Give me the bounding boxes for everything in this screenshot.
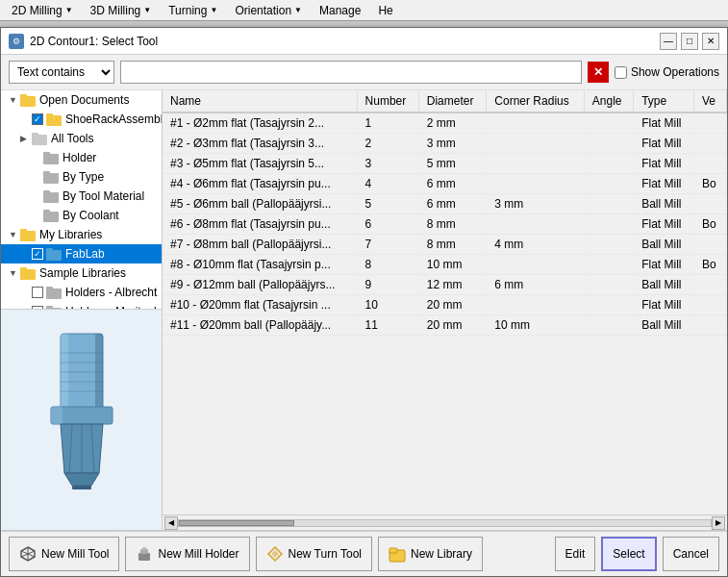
search-clear-button[interactable]: ✕ (588, 62, 609, 83)
table-row[interactable]: #11 - Ø20mm ball (Pallopääjy...1120 mm10… (163, 315, 727, 336)
sidebar-item-my-libraries[interactable]: ▼ My Libraries (1, 225, 162, 244)
holders-albrecht-checkbox[interactable] (32, 287, 43, 298)
cell-corner_radius (487, 295, 584, 315)
table-body: #1 - Ø2mm flat (Tasajyrsin 2...12 mmFlat… (163, 113, 727, 336)
chevron-down-icon: ▼ (143, 6, 151, 14)
sidebar-item-by-type[interactable]: By Type (1, 167, 162, 187)
col-ve-header[interactable]: Ve (693, 90, 726, 113)
cell-ve (693, 295, 726, 315)
fablab-checkbox[interactable]: ✓ (32, 248, 43, 260)
open-documents-label: Open Documents (39, 93, 129, 107)
cell-angle (584, 315, 633, 336)
new-mill-tool-button[interactable]: New Mill Tool (9, 537, 119, 571)
sidebar-item-all-tools[interactable]: ▶ All Tools (1, 129, 162, 148)
cell-ve: Bo (693, 174, 726, 194)
select-button[interactable]: Select (601, 537, 656, 571)
cell-type: Flat Mill (634, 255, 694, 275)
sidebar-item-shoe-rack[interactable]: ✓ ShoeRackAssembl (1, 110, 162, 129)
sidebar-item-holder[interactable]: Holder (1, 148, 162, 167)
table-row[interactable]: #3 - Ø5mm flat (Tasajyrsin 5...35 mmFlat… (163, 154, 727, 174)
minimize-button[interactable]: — (660, 33, 677, 50)
edit-button[interactable]: Edit (555, 537, 596, 571)
shoe-rack-checkbox[interactable]: ✓ (32, 113, 43, 125)
close-button[interactable]: ✕ (702, 33, 719, 50)
svg-rect-19 (20, 267, 27, 271)
menu-orientation[interactable]: Orientation ▼ (227, 2, 310, 19)
cell-corner_radius: 6 mm (487, 275, 584, 295)
new-mill-holder-button[interactable]: New Mill Holder (125, 537, 249, 571)
sidebar-item-fablab[interactable]: ✓ FabLab (1, 244, 162, 263)
col-name-header[interactable]: Name (163, 90, 357, 113)
cell-angle (584, 134, 633, 154)
sidebar-item-sample-libraries[interactable]: ▼ Sample Libraries (1, 263, 162, 283)
cell-corner_radius (487, 214, 584, 235)
svg-rect-44 (138, 553, 150, 561)
new-library-icon (389, 545, 406, 563)
scroll-right-arrow[interactable]: ▶ (712, 516, 725, 530)
col-angle-header[interactable]: Angle (584, 90, 633, 113)
col-number-header[interactable]: Number (357, 90, 418, 113)
svg-rect-21 (46, 287, 53, 290)
svg-rect-9 (43, 171, 50, 175)
menu-3d-milling[interactable]: 3D Milling ▼ (83, 2, 160, 19)
table-row[interactable]: #9 - Ø12mm ball (Pallopääjyrs...912 mm6 … (163, 275, 727, 295)
show-operations-checkbox-area: Show Operations (615, 65, 719, 79)
svg-rect-15 (20, 229, 27, 233)
expand-icon: ▼ (9, 230, 20, 239)
table-horizontal-scrollbar[interactable]: ◀ ▶ (163, 514, 727, 530)
table-wrapper[interactable]: Name Number Diameter Corner Radius Angle… (163, 90, 727, 514)
table-row[interactable]: #1 - Ø2mm flat (Tasajyrsin 2...12 mmFlat… (163, 113, 727, 134)
cell-name: #3 - Ø5mm flat (Tasajyrsin 5... (163, 154, 357, 174)
cell-diameter: 12 mm (418, 275, 487, 295)
table-row[interactable]: #7 - Ø8mm ball (Pallopääjyrsi...78 mm4 m… (163, 235, 727, 255)
scroll-left-arrow[interactable]: ◀ (164, 516, 178, 530)
table-row[interactable]: #10 - Ø20mm flat (Tasajyrsin ...1020 mmF… (163, 295, 727, 315)
menu-manage[interactable]: Manage (312, 2, 368, 19)
search-input[interactable] (120, 61, 582, 84)
sidebar-item-by-material[interactable]: By Tool Material (1, 187, 162, 206)
cell-angle (584, 154, 633, 174)
table-row[interactable]: #2 - Ø3mm flat (Tasajyrsin 3...23 mmFlat… (163, 134, 727, 154)
scroll-track[interactable] (178, 519, 712, 527)
sidebar-item-coolant[interactable]: By Coolant (1, 206, 162, 225)
col-type-header[interactable]: Type (634, 90, 694, 113)
scroll-thumb[interactable] (179, 520, 294, 526)
menu-help[interactable]: He (370, 2, 400, 19)
maximize-icon: □ (687, 36, 692, 46)
table-row[interactable]: #6 - Ø8mm flat (Tasajyrsin pu...68 mmFla… (163, 214, 727, 235)
show-operations-checkbox[interactable] (615, 66, 627, 79)
maximize-button[interactable]: □ (681, 33, 698, 50)
cancel-button[interactable]: Cancel (663, 537, 719, 571)
minimize-icon: — (664, 36, 673, 46)
new-library-button[interactable]: New Library (378, 537, 483, 571)
table-row[interactable]: #4 - Ø6mm flat (Tasajyrsin pu...46 mmFla… (163, 174, 727, 194)
table-row[interactable]: #8 - Ø10mm flat (Tasajyrsin p...810 mmFl… (163, 255, 727, 275)
sidebar-item-holders-albrecht[interactable]: Holders - Albrecht (1, 283, 162, 302)
svg-rect-1 (20, 94, 27, 98)
cell-number: 4 (357, 174, 418, 194)
new-turn-tool-button[interactable]: New Turn Tool (256, 537, 372, 571)
col-diameter-header[interactable]: Diameter (418, 90, 487, 113)
folder-icon (46, 247, 62, 261)
svg-rect-3 (46, 113, 53, 117)
new-mill-tool-icon (19, 545, 37, 563)
new-library-label: New Library (411, 547, 472, 561)
cell-number: 6 (357, 214, 418, 235)
svg-rect-28 (51, 407, 63, 424)
cell-name: #11 - Ø20mm ball (Pallopääjy... (163, 315, 357, 336)
cell-corner_radius: 4 mm (487, 235, 584, 255)
cell-type: Flat Mill (634, 154, 694, 174)
sidebar-item-holders-maritool[interactable]: Holders - Maritool (1, 302, 162, 309)
menu-turning[interactable]: Turning ▼ (161, 2, 225, 19)
sidebar-item-open-documents[interactable]: ▼ Open Documents (1, 90, 162, 110)
cell-name: #2 - Ø3mm flat (Tasajyrsin 3... (163, 134, 357, 154)
select-tool-dialog: ⚙ 2D Contour1: Select Tool — □ ✕ Text co… (0, 27, 728, 577)
sample-libraries-label: Sample Libraries (39, 266, 126, 280)
new-mill-holder-icon (136, 545, 153, 563)
search-type-dropdown[interactable]: Text contains (9, 61, 114, 84)
table-row[interactable]: #5 - Ø6mm ball (Pallopääjyrsi...56 mm3 m… (163, 194, 727, 214)
svg-marker-48 (271, 550, 279, 558)
table-area: Name Number Diameter Corner Radius Angle… (163, 90, 727, 530)
col-corner-radius-header[interactable]: Corner Radius (487, 90, 584, 113)
menu-2d-milling[interactable]: 2D Milling ▼ (4, 2, 81, 19)
